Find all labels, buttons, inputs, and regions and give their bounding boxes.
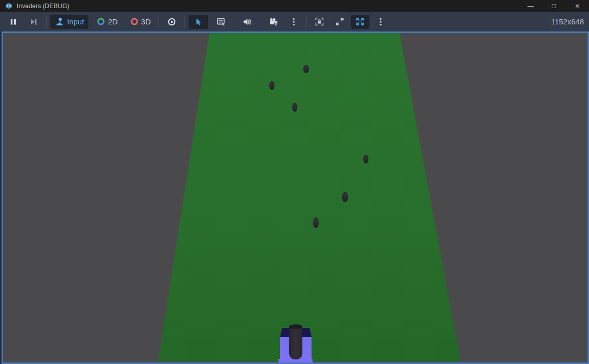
player-base xyxy=(278,359,313,362)
mode-2d-button[interactable]: 2D xyxy=(92,15,121,29)
enemy-capsule xyxy=(303,65,309,73)
input-mode-button[interactable]: Input xyxy=(50,15,88,29)
game-viewport[interactable] xyxy=(2,31,589,364)
frame-lock-icon xyxy=(314,16,325,27)
enemy-capsule xyxy=(292,103,297,112)
godot-logo-icon xyxy=(5,2,13,10)
player-barrel xyxy=(289,325,302,359)
movie-maker-button[interactable] xyxy=(264,15,283,29)
enemies-layer xyxy=(3,33,587,362)
movie-camera-icon xyxy=(268,17,278,27)
mode-3d-button[interactable]: 3D xyxy=(126,15,155,29)
select-mode-button[interactable] xyxy=(189,15,208,29)
list-select-button[interactable] xyxy=(212,15,230,29)
next-frame-icon xyxy=(29,17,38,26)
mode-2d-label: 2D xyxy=(108,17,117,26)
close-button[interactable]: ✕ xyxy=(566,0,589,12)
input-mode-label: Input xyxy=(67,17,84,26)
maximize-button[interactable]: □ xyxy=(542,0,566,12)
enemy-capsule xyxy=(269,81,274,90)
game-toolbar: Input 2D 3D xyxy=(0,12,589,31)
pause-icon xyxy=(9,17,18,26)
embed-fullscreen-icon xyxy=(355,16,365,27)
node-list-select-icon xyxy=(216,17,226,27)
speaker-icon xyxy=(242,17,252,27)
kebab-menu-icon xyxy=(377,17,385,27)
ring-2d-icon xyxy=(97,17,105,26)
window-title: Invaders (DEBUG) xyxy=(17,3,69,10)
kebab-menu-icon xyxy=(290,17,298,27)
embed-fullscreen-button[interactable] xyxy=(351,15,369,29)
camera-override-eye-icon xyxy=(167,17,177,27)
joystick-icon xyxy=(55,17,65,26)
titlebar: Invaders (DEBUG) — □ ✕ xyxy=(0,0,589,12)
enemy-capsule xyxy=(363,155,368,163)
embed-options-menu-button[interactable] xyxy=(371,15,390,29)
camera-override-button[interactable] xyxy=(163,15,181,29)
audio-mute-button[interactable] xyxy=(238,15,256,29)
pause-button[interactable] xyxy=(4,15,22,29)
ring-3d-icon xyxy=(130,17,139,26)
godot-game-window: Invaders (DEBUG) — □ ✕ I xyxy=(0,0,589,364)
editor-stage xyxy=(0,31,589,364)
expand-corners-icon xyxy=(334,16,345,27)
enemy-capsule xyxy=(313,217,319,228)
debug-options-menu-button[interactable] xyxy=(285,15,303,29)
viewport-resolution-label: 1152x648 xyxy=(551,17,584,26)
expand-window-button[interactable] xyxy=(331,15,349,29)
keep-aspect-lock-button[interactable] xyxy=(311,15,329,29)
next-frame-button[interactable] xyxy=(24,15,43,29)
mode-3d-label: 3D xyxy=(141,17,151,26)
select-cursor-icon xyxy=(194,17,203,26)
minimize-button[interactable]: — xyxy=(519,0,542,12)
enemy-capsule xyxy=(342,192,348,202)
